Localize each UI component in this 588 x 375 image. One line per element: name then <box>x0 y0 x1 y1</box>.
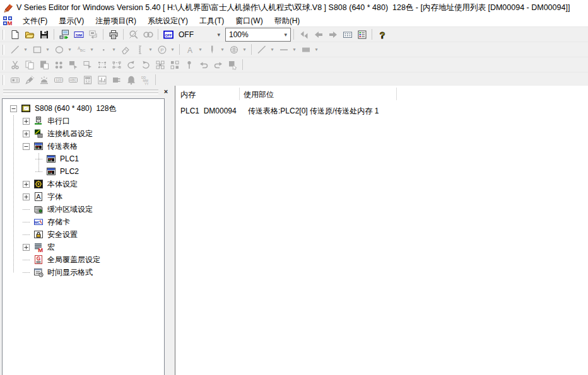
menu-view[interactable]: 显示(V) <box>53 15 90 27</box>
graph-part-button[interactable] <box>95 73 109 86</box>
menu-help[interactable]: 帮助(H) <box>269 15 306 27</box>
tree-item-serial-port[interactable]: 串行口 <box>3 115 164 127</box>
tree-item-buffer-area[interactable]: 缓冲区域设定 <box>3 203 164 216</box>
new-file-button[interactable] <box>8 28 22 41</box>
mdi-child-icon[interactable]: M <box>3 16 13 26</box>
tree-item-security[interactable]: 安全设置 <box>3 228 164 241</box>
tree-item-s808[interactable]: S808 (640 * 480) 128色 <box>3 102 164 115</box>
pen-style-dropdown[interactable]: ▾ <box>219 43 226 56</box>
zoom-level-combo[interactable]: 100%▾ <box>225 28 291 42</box>
pin-button[interactable] <box>182 58 196 71</box>
column-separator[interactable] <box>239 88 240 100</box>
ellipse-tool-button[interactable] <box>52 43 66 56</box>
cut-button[interactable] <box>8 58 22 71</box>
display-state-combo[interactable]: OFF▾ <box>175 28 223 41</box>
line-type-dropdown[interactable]: ▾ <box>269 43 276 56</box>
expand-icon[interactable] <box>23 244 30 251</box>
redo-button[interactable] <box>211 58 225 71</box>
grid-setting-button[interactable] <box>167 58 182 71</box>
toolbar-gripper[interactable] <box>3 30 4 40</box>
close-icon[interactable]: × <box>162 87 170 96</box>
copy-button[interactable] <box>22 58 37 71</box>
tree-item-global-overlap[interactable]: G全局覆盖层设定 <box>3 253 164 266</box>
open-file-button[interactable] <box>22 28 37 41</box>
screen-list-button[interactable] <box>340 28 355 41</box>
paste-button[interactable] <box>37 58 51 71</box>
pen-style-button[interactable] <box>204 43 219 56</box>
tree-item-font[interactable]: A字体 <box>3 190 164 203</box>
tree-item-device-connection[interactable]: 连接机器设定 <box>3 127 164 140</box>
collapse-icon[interactable] <box>10 105 17 112</box>
column-header-usage[interactable]: 使用部位 <box>244 89 274 100</box>
toolbar-gripper[interactable] <box>3 45 4 55</box>
align-grid-button[interactable] <box>153 58 167 71</box>
rotate-left-button[interactable] <box>124 58 138 71</box>
tree-item-plc1[interactable]: PLC1 <box>3 153 164 165</box>
group-button[interactable] <box>95 58 109 71</box>
menu-tool[interactable]: 工具(T) <box>194 15 230 27</box>
memory-list-row[interactable]: PLC1 DM00094传送表格:PLC2[0] 传送原/传送处内存 1 <box>175 105 588 117</box>
line-type-button[interactable] <box>254 43 269 56</box>
scale-tool-dropdown[interactable]: ▾ <box>147 43 154 56</box>
tree-item-transfer-table[interactable]: 传送表格 <box>3 140 164 153</box>
plug-part-button[interactable] <box>109 73 124 86</box>
tree-item-unit-setting[interactable]: 本体设定 <box>3 178 164 190</box>
toolbar-gripper[interactable] <box>3 75 4 85</box>
rect-tool-dropdown[interactable]: ▾ <box>44 43 51 56</box>
bring-front-button[interactable] <box>66 58 80 71</box>
lamp-part-button[interactable] <box>22 73 37 86</box>
switch-part-button[interactable] <box>8 73 22 86</box>
font-button[interactable]: A <box>182 43 197 56</box>
expand-icon[interactable] <box>23 130 30 137</box>
numeric-display-button[interactable]: 123 <box>51 73 66 86</box>
save-button[interactable] <box>37 28 51 41</box>
line-width-button[interactable] <box>276 43 291 56</box>
tree-item-plc2[interactable]: PLC2 <box>3 165 164 178</box>
line-tool-dropdown[interactable]: ▾ <box>22 43 29 56</box>
screen-transfer-button[interactable] <box>86 28 100 41</box>
keypad-part-button[interactable] <box>80 73 95 86</box>
display-state-toggle[interactable]: OFF <box>161 28 175 41</box>
first-screen-button[interactable] <box>297 28 311 41</box>
column-separator[interactable] <box>396 88 397 100</box>
expand-icon[interactable] <box>23 118 30 125</box>
color-dropdown[interactable]: ▾ <box>313 43 320 56</box>
preview-button[interactable] <box>141 28 155 41</box>
parts-place-dropdown[interactable]: ▾ <box>169 43 176 56</box>
menu-register[interactable]: 注册项目(R) <box>90 15 142 27</box>
text-tool-dropdown[interactable]: ▾ <box>88 43 95 56</box>
text-tool-button[interactable]: ABC <box>74 43 88 56</box>
redraw-button[interactable] <box>225 58 240 71</box>
line-width-dropdown[interactable]: ▾ <box>291 43 298 56</box>
alarm-part-button[interactable] <box>37 73 51 86</box>
dot-tool-button[interactable] <box>96 43 110 56</box>
expand-icon[interactable] <box>23 181 30 188</box>
tree-item-macro[interactable]: M宏 <box>3 241 164 253</box>
undo-button[interactable] <box>196 58 211 71</box>
language-button[interactable] <box>226 43 241 56</box>
next-screen-button[interactable] <box>326 28 340 41</box>
simulator-button[interactable]: SIM <box>71 28 86 41</box>
toolbar-gripper[interactable] <box>3 60 4 70</box>
help-button[interactable]: ? <box>375 28 389 41</box>
menu-system-setting[interactable]: 系统设定(Y) <box>142 15 194 27</box>
rect-tool-button[interactable] <box>30 43 44 56</box>
dot-tool-dropdown[interactable]: ▾ <box>110 43 117 56</box>
rotate-right-button[interactable] <box>138 58 153 71</box>
collapse-icon[interactable] <box>23 143 30 150</box>
tree-item-time-format[interactable]: 时间显示格式 <box>3 266 164 279</box>
tree-item-memory-card[interactable]: MC存储卡 <box>3 216 164 228</box>
print-button[interactable] <box>106 28 121 41</box>
menu-window[interactable]: 窗口(W) <box>230 15 268 27</box>
panel-gripper[interactable] <box>3 92 158 95</box>
item-list-button[interactable] <box>355 28 369 41</box>
buzzer-part-button[interactable] <box>124 73 138 86</box>
time-display-button[interactable]: DDMMYY <box>138 73 153 86</box>
ellipse-tool-dropdown[interactable]: ▾ <box>66 43 73 56</box>
parts-place-button[interactable]: P <box>155 43 169 56</box>
column-header-memory[interactable]: 内存 <box>180 89 196 100</box>
ungroup-button[interactable] <box>109 58 124 71</box>
menu-file[interactable]: 文件(F) <box>17 15 53 27</box>
zoom-button[interactable] <box>126 28 141 41</box>
line-tool-button[interactable] <box>8 43 22 56</box>
